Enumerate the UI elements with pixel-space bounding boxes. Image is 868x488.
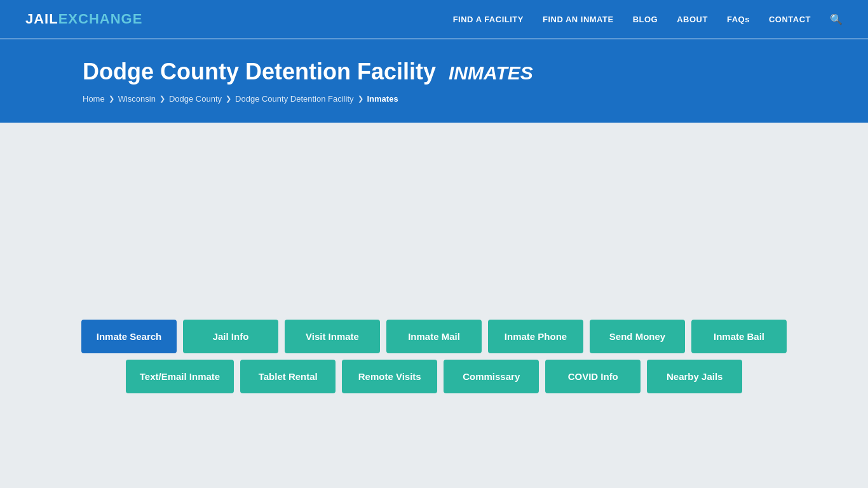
btn-send-money[interactable]: Send Money (590, 320, 685, 353)
site-header: JAIL EXCHANGE FIND A FACILITY FIND AN IN… (0, 0, 868, 38)
breadcrumb-chevron-2: ❯ (159, 95, 165, 103)
hero-section: Dodge County Detention Facility INMATES … (0, 38, 868, 123)
nav-find-facility[interactable]: FIND A FACILITY (453, 15, 524, 24)
breadcrumb-facility[interactable]: Dodge County Detention Facility (235, 94, 353, 104)
btn-inmate-search[interactable]: Inmate Search (81, 320, 177, 353)
btn-commissary[interactable]: Commissary (444, 360, 539, 393)
btn-inmate-phone[interactable]: Inmate Phone (488, 320, 583, 353)
btn-inmate-mail[interactable]: Inmate Mail (386, 320, 482, 353)
page-title-main: Dodge County Detention Facility (83, 58, 436, 85)
nav-faqs[interactable]: FAQs (727, 15, 750, 24)
action-buttons-section: Inmate Search Jail Info Visit Inmate Inm… (83, 320, 785, 393)
buttons-row-1: Inmate Search Jail Info Visit Inmate Inm… (81, 320, 787, 353)
search-icon[interactable]: 🔍 (830, 13, 843, 25)
breadcrumb-wisconsin[interactable]: Wisconsin (118, 94, 156, 104)
btn-tablet-rental[interactable]: Tablet Rental (240, 360, 336, 393)
breadcrumb-chevron-3: ❯ (226, 95, 231, 103)
btn-inmate-bail[interactable]: Inmate Bail (691, 320, 787, 353)
btn-remote-visits[interactable]: Remote Visits (342, 360, 437, 393)
btn-covid-info[interactable]: COVID Info (545, 360, 641, 393)
buttons-row-2: Text/Email Inmate Tablet Rental Remote V… (126, 360, 742, 393)
breadcrumb-chevron-4: ❯ (358, 95, 363, 103)
btn-visit-inmate[interactable]: Visit Inmate (285, 320, 380, 353)
nav-blog[interactable]: BLOG (633, 15, 658, 24)
breadcrumb-current: Inmates (367, 94, 398, 104)
site-logo[interactable]: JAIL EXCHANGE (25, 11, 142, 27)
breadcrumb-home[interactable]: Home (83, 94, 105, 104)
nav-contact[interactable]: CONTACT (769, 15, 811, 24)
page-title-tag: INMATES (449, 62, 533, 83)
nav-find-inmate[interactable]: FIND AN INMATE (543, 15, 614, 24)
breadcrumb: Home ❯ Wisconsin ❯ Dodge County ❯ Dodge … (83, 94, 843, 104)
btn-text-email-inmate[interactable]: Text/Email Inmate (126, 360, 234, 393)
main-content: Inmate Search Jail Info Visit Inmate Inm… (0, 123, 868, 431)
ad-content-area (83, 148, 785, 301)
page-title: Dodge County Detention Facility INMATES (83, 58, 843, 85)
btn-nearby-jails[interactable]: Nearby Jails (647, 360, 742, 393)
nav-about[interactable]: ABOUT (677, 15, 708, 24)
btn-jail-info[interactable]: Jail Info (183, 320, 278, 353)
breadcrumb-dodge-county[interactable]: Dodge County (169, 94, 222, 104)
logo-exchange-text: EXCHANGE (58, 11, 143, 27)
breadcrumb-chevron-1: ❯ (109, 95, 114, 103)
logo-jail-text: JAIL (25, 11, 58, 27)
main-nav: FIND A FACILITY FIND AN INMATE BLOG ABOU… (453, 13, 843, 25)
